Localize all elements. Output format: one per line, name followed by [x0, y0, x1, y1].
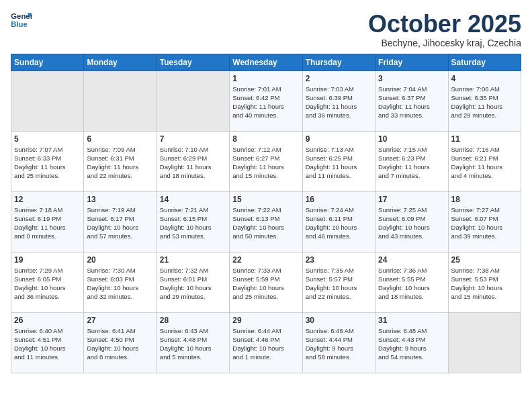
day-info: Sunrise: 7:13 AM Sunset: 6:25 PM Dayligh…	[306, 145, 372, 181]
calendar-cell: 29Sunrise: 6:44 AM Sunset: 4:46 PM Dayli…	[230, 312, 302, 373]
calendar-cell	[84, 71, 157, 131]
day-number: 23	[306, 255, 372, 265]
day-info: Sunrise: 7:24 AM Sunset: 6:11 PM Dayligh…	[306, 205, 372, 241]
calendar-cell: 15Sunrise: 7:22 AM Sunset: 6:13 PM Dayli…	[230, 191, 302, 252]
day-number: 14	[160, 195, 226, 204]
day-number: 25	[451, 255, 518, 265]
day-number: 5	[14, 134, 81, 144]
day-info: Sunrise: 7:38 AM Sunset: 5:53 PM Dayligh…	[451, 266, 518, 302]
dow-header-saturday: Saturday	[448, 54, 521, 71]
day-info: Sunrise: 6:43 AM Sunset: 4:48 PM Dayligh…	[160, 326, 226, 362]
dow-header-tuesday: Tuesday	[157, 54, 229, 71]
calendar-table: SundayMondayTuesdayWednesdayThursdayFrid…	[11, 54, 521, 373]
calendar-cell: 21Sunrise: 7:32 AM Sunset: 6:01 PM Dayli…	[157, 252, 229, 312]
day-info: Sunrise: 7:04 AM Sunset: 6:37 PM Dayligh…	[378, 85, 445, 120]
calendar-cell: 12Sunrise: 7:18 AM Sunset: 6:19 PM Dayli…	[11, 191, 84, 252]
day-number: 1	[232, 74, 299, 83]
day-number: 29	[232, 316, 299, 325]
day-info: Sunrise: 7:25 AM Sunset: 6:09 PM Dayligh…	[378, 205, 445, 241]
day-number: 16	[306, 195, 372, 204]
calendar-cell: 17Sunrise: 7:25 AM Sunset: 6:09 PM Dayli…	[375, 191, 448, 252]
day-number: 17	[378, 195, 445, 204]
day-number: 3	[378, 74, 445, 83]
day-number: 15	[232, 195, 299, 204]
day-info: Sunrise: 7:07 AM Sunset: 6:33 PM Dayligh…	[14, 145, 81, 181]
calendar-cell: 3Sunrise: 7:04 AM Sunset: 6:37 PM Daylig…	[375, 71, 448, 131]
day-info: Sunrise: 6:46 AM Sunset: 4:44 PM Dayligh…	[306, 326, 372, 362]
day-info: Sunrise: 7:29 AM Sunset: 6:05 PM Dayligh…	[14, 266, 81, 302]
calendar-cell: 10Sunrise: 7:15 AM Sunset: 6:23 PM Dayli…	[375, 131, 448, 191]
day-number: 2	[306, 74, 372, 83]
dow-header-thursday: Thursday	[302, 54, 375, 71]
day-number: 8	[232, 134, 299, 144]
day-info: Sunrise: 7:22 AM Sunset: 6:13 PM Dayligh…	[232, 205, 299, 241]
day-info: Sunrise: 7:15 AM Sunset: 6:23 PM Dayligh…	[378, 145, 445, 181]
calendar-cell: 31Sunrise: 6:48 AM Sunset: 4:43 PM Dayli…	[375, 312, 448, 373]
calendar-cell	[11, 71, 84, 131]
title-block: October 2025 Bechyne, Jihocesky kraj, Cz…	[368, 11, 521, 48]
day-number: 19	[14, 255, 81, 265]
day-number: 24	[378, 255, 445, 265]
day-info: Sunrise: 7:30 AM Sunset: 6:03 PM Dayligh…	[87, 266, 153, 302]
day-info: Sunrise: 7:03 AM Sunset: 6:39 PM Dayligh…	[306, 85, 372, 120]
day-info: Sunrise: 6:44 AM Sunset: 4:46 PM Dayligh…	[232, 326, 299, 362]
dow-header-friday: Friday	[375, 54, 448, 71]
day-info: Sunrise: 7:35 AM Sunset: 5:57 PM Dayligh…	[306, 266, 372, 302]
calendar-cell	[157, 71, 229, 131]
calendar-cell: 30Sunrise: 6:46 AM Sunset: 4:44 PM Dayli…	[302, 312, 375, 373]
calendar-cell: 24Sunrise: 7:36 AM Sunset: 5:55 PM Dayli…	[375, 252, 448, 312]
day-number: 12	[14, 195, 81, 204]
day-number: 10	[378, 134, 445, 144]
calendar-cell: 26Sunrise: 6:40 AM Sunset: 4:51 PM Dayli…	[11, 312, 84, 373]
day-info: Sunrise: 7:36 AM Sunset: 5:55 PM Dayligh…	[378, 266, 445, 302]
calendar-cell: 25Sunrise: 7:38 AM Sunset: 5:53 PM Dayli…	[448, 252, 521, 312]
calendar-cell: 4Sunrise: 7:06 AM Sunset: 6:35 PM Daylig…	[448, 71, 521, 131]
day-info: Sunrise: 7:16 AM Sunset: 6:21 PM Dayligh…	[451, 145, 518, 181]
calendar-cell: 11Sunrise: 7:16 AM Sunset: 6:21 PM Dayli…	[448, 131, 521, 191]
calendar-cell: 22Sunrise: 7:33 AM Sunset: 5:59 PM Dayli…	[230, 252, 302, 312]
day-number: 21	[160, 255, 226, 265]
calendar-cell: 13Sunrise: 7:19 AM Sunset: 6:17 PM Dayli…	[84, 191, 157, 252]
day-info: Sunrise: 7:33 AM Sunset: 5:59 PM Dayligh…	[232, 266, 299, 302]
day-info: Sunrise: 7:18 AM Sunset: 6:19 PM Dayligh…	[14, 205, 81, 241]
day-info: Sunrise: 7:01 AM Sunset: 6:42 PM Dayligh…	[232, 85, 299, 120]
logo: General Blue	[11, 11, 32, 30]
calendar-cell: 28Sunrise: 6:43 AM Sunset: 4:48 PM Dayli…	[157, 312, 229, 373]
day-number: 9	[306, 134, 372, 144]
month-title: October 2025	[368, 11, 521, 38]
calendar-cell: 16Sunrise: 7:24 AM Sunset: 6:11 PM Dayli…	[302, 191, 375, 252]
location-subtitle: Bechyne, Jihocesky kraj, Czechia	[368, 38, 521, 48]
day-number: 6	[87, 134, 153, 144]
day-info: Sunrise: 7:32 AM Sunset: 6:01 PM Dayligh…	[160, 266, 226, 302]
calendar-cell: 18Sunrise: 7:27 AM Sunset: 6:07 PM Dayli…	[448, 191, 521, 252]
calendar-cell: 2Sunrise: 7:03 AM Sunset: 6:39 PM Daylig…	[302, 71, 375, 131]
day-info: Sunrise: 7:27 AM Sunset: 6:07 PM Dayligh…	[451, 205, 518, 241]
day-number: 22	[232, 255, 299, 265]
logo-icon: General Blue	[11, 11, 32, 30]
day-info: Sunrise: 7:10 AM Sunset: 6:29 PM Dayligh…	[160, 145, 226, 181]
day-number: 31	[378, 316, 445, 325]
calendar-cell: 9Sunrise: 7:13 AM Sunset: 6:25 PM Daylig…	[302, 131, 375, 191]
day-info: Sunrise: 7:09 AM Sunset: 6:31 PM Dayligh…	[87, 145, 153, 181]
day-number: 4	[451, 74, 518, 83]
calendar-cell: 7Sunrise: 7:10 AM Sunset: 6:29 PM Daylig…	[157, 131, 229, 191]
dow-header-wednesday: Wednesday	[230, 54, 302, 71]
day-info: Sunrise: 6:48 AM Sunset: 4:43 PM Dayligh…	[378, 326, 445, 362]
day-info: Sunrise: 7:06 AM Sunset: 6:35 PM Dayligh…	[451, 85, 518, 120]
day-number: 11	[451, 134, 518, 144]
calendar-cell: 8Sunrise: 7:12 AM Sunset: 6:27 PM Daylig…	[230, 131, 302, 191]
day-info: Sunrise: 7:12 AM Sunset: 6:27 PM Dayligh…	[232, 145, 299, 181]
dow-header-monday: Monday	[84, 54, 157, 71]
calendar-cell: 1Sunrise: 7:01 AM Sunset: 6:42 PM Daylig…	[230, 71, 302, 131]
calendar-cell: 19Sunrise: 7:29 AM Sunset: 6:05 PM Dayli…	[11, 252, 84, 312]
calendar-cell: 23Sunrise: 7:35 AM Sunset: 5:57 PM Dayli…	[302, 252, 375, 312]
calendar-cell: 5Sunrise: 7:07 AM Sunset: 6:33 PM Daylig…	[11, 131, 84, 191]
day-info: Sunrise: 7:19 AM Sunset: 6:17 PM Dayligh…	[87, 205, 153, 241]
dow-header-sunday: Sunday	[11, 54, 84, 71]
calendar-cell: 27Sunrise: 6:41 AM Sunset: 4:50 PM Dayli…	[84, 312, 157, 373]
day-number: 30	[306, 316, 372, 325]
calendar-cell: 6Sunrise: 7:09 AM Sunset: 6:31 PM Daylig…	[84, 131, 157, 191]
svg-text:Blue: Blue	[11, 20, 28, 28]
day-number: 20	[87, 255, 153, 265]
day-info: Sunrise: 6:41 AM Sunset: 4:50 PM Dayligh…	[87, 326, 153, 362]
